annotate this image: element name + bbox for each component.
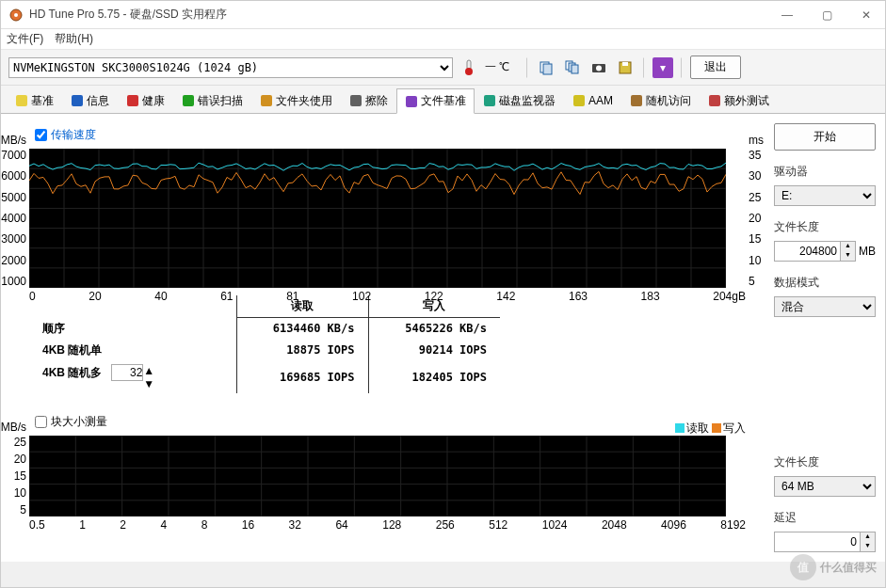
temperature-value: 一 ℃ [485,59,519,75]
window-title: HD Tune Pro 5.75 - 硬盘/SSD 实用程序 [29,7,776,23]
tab-AAM[interactable]: AAM [564,87,621,113]
transfer-x-axis: 020406181102122142163183204gB [29,288,746,305]
tab-icon [349,94,362,107]
tab-基准[interactable]: 基准 [7,87,62,113]
filelen-input[interactable] [774,241,841,262]
tab-错误扫描[interactable]: 错误扫描 [173,87,251,113]
tab-icon [572,94,586,107]
transfer-label: 传输速度 [51,127,96,143]
block-x-axis: 0.512481632641282565121024204840968192 [29,516,746,533]
copy-all-icon[interactable] [562,57,583,78]
block-filelen-label: 文件长度 [774,454,876,470]
screenshot-icon[interactable] [588,57,609,78]
block-y-axis: 252015105 [14,436,29,516]
tab-信息[interactable]: 信息 [62,87,118,113]
table-row: 顺序 6134460 KB/s5465226 KB/s [29,318,500,340]
tabstrip: 基准信息健康错误扫描文件夹使用擦除文件基准磁盘监视器AAM随机访问额外测试 [1,86,885,114]
svg-rect-23 [709,95,720,106]
svg-rect-5 [543,64,552,74]
svg-rect-21 [573,95,585,106]
svg-rect-20 [484,95,495,106]
block-delay-input[interactable] [774,532,861,552]
tab-随机访问[interactable]: 随机访问 [621,87,700,113]
driver-label: 驱动器 [774,164,876,180]
exit-button[interactable]: 退出 [690,56,741,79]
side-panel: 开始 驱动器 E: 文件长度 ▲▼ MB 数据模式 混合 文件长度 64 MB … [774,123,876,552]
thread-spinner[interactable]: ▲▼ [143,364,154,390]
tab-健康[interactable]: 健康 [118,87,173,113]
tab-文件基准[interactable]: 文件基准 [396,88,475,114]
svg-rect-19 [406,96,417,107]
block-filelen-select[interactable]: 64 MB [774,476,876,497]
menu-file[interactable]: 文件(F) [7,31,43,47]
tab-icon [71,94,84,107]
tab-额外测试[interactable]: 额外测试 [700,87,778,113]
svg-point-3 [465,68,473,75]
titlebar: HD Tune Pro 5.75 - 硬盘/SSD 实用程序 — ▢ ✕ [1,1,885,29]
tab-擦除[interactable]: 擦除 [341,87,396,113]
start-button[interactable]: 开始 [774,123,876,151]
copy-icon[interactable] [536,57,556,78]
driver-select[interactable]: E: [774,185,876,206]
datamode-select[interactable]: 混合 [774,296,876,317]
tab-icon [405,95,418,108]
svg-point-10 [596,65,602,71]
datamode-label: 数据模式 [774,275,876,291]
tab-icon [630,94,643,107]
drive-selector[interactable]: NVMeKINGSTON SKC3000S1024G (1024 gB) [8,57,453,78]
tab-磁盘监视器[interactable]: 磁盘监视器 [475,87,564,113]
maximize-button[interactable]: ▢ [815,8,838,22]
results-table: 读取 写入 顺序 6134460 KB/s5465226 KB/s4KB 随机单… [29,295,500,393]
svg-rect-8 [572,65,578,73]
minimize-button[interactable]: — [776,8,798,22]
table-row: 4KB 随机单 18875 IOPS90214 IOPS [29,340,500,361]
svg-rect-18 [350,95,362,106]
watermark: 值什么值得买 [790,554,877,580]
svg-rect-14 [72,95,83,106]
menu-help[interactable]: 帮助(H) [55,31,93,47]
svg-rect-16 [183,95,194,106]
svg-rect-13 [16,95,27,106]
filelen-label: 文件长度 [774,219,876,235]
tab-icon [708,94,721,107]
thread-count-input[interactable] [111,364,143,381]
block-checkbox[interactable] [35,416,47,428]
block-chart: 读取 写入 MB/s 252015105 0.51248163264128256… [29,436,746,516]
tab-icon [182,94,195,107]
svg-rect-12 [622,62,628,66]
table-row: 4KB 随机多 ▲▼169685 IOPS182405 IOPS [29,361,500,393]
block-legend: 读取 写入 [675,421,746,437]
svg-rect-22 [631,95,642,106]
block-delay-spinner[interactable]: ▲▼ [861,532,876,552]
tab-icon [126,94,139,107]
transfer-y2-axis: 3530252015105 [746,149,761,288]
settings-icon[interactable] [652,57,673,78]
transfer-checkbox[interactable] [35,129,47,141]
svg-rect-15 [127,95,138,106]
filelen-spinner[interactable]: ▲▼ [841,241,856,262]
close-button[interactable]: ✕ [855,8,878,22]
menubar: 文件(F) 帮助(H) [1,29,885,50]
transfer-y-axis: 7000600050004000300020001000 [1,149,29,288]
block-delay-label: 延迟 [774,510,876,526]
svg-rect-17 [261,95,272,106]
tab-icon [15,94,28,107]
save-icon[interactable] [615,57,636,78]
thermometer-icon [459,57,479,78]
toolbar: NVMeKINGSTON SKC3000S1024G (1024 gB) 一 ℃… [1,50,885,86]
transfer-chart: MB/s ms 7000600050004000300020001000 353… [29,149,746,288]
block-label: 块大小测量 [51,414,107,430]
tab-icon [483,94,496,107]
app-icon [8,8,24,23]
svg-point-1 [14,13,18,17]
tab-文件夹使用[interactable]: 文件夹使用 [251,87,341,113]
tab-icon [260,94,273,107]
